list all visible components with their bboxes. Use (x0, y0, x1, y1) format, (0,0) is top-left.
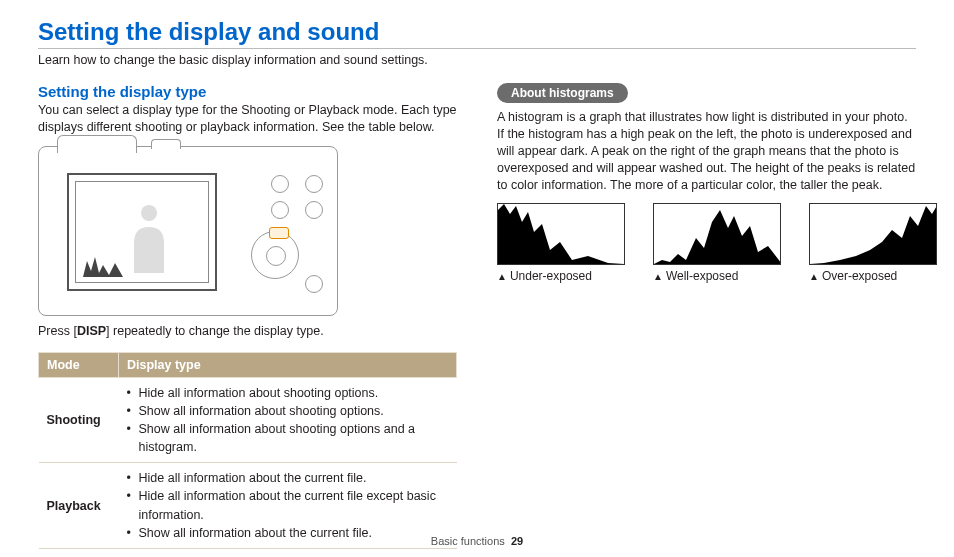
svg-marker-3 (654, 210, 781, 264)
triangle-up-icon: ▲ (809, 271, 819, 282)
table-row: Shooting Hide all information about shoo… (39, 377, 457, 463)
table-header-mode: Mode (39, 352, 119, 377)
camera-button-icon (271, 201, 289, 219)
histogram-caption: ▲Well-exposed (653, 269, 781, 283)
svg-point-0 (141, 205, 157, 221)
histogram-caption: ▲Over-exposed (809, 269, 937, 283)
list-item: Hide all information about the current f… (127, 487, 449, 523)
svg-marker-1 (83, 257, 133, 277)
disp-button-highlight (269, 227, 289, 239)
camera-button-icon (305, 275, 323, 293)
about-histograms-pill: About histograms (497, 83, 628, 103)
page-footer: Basic functions 29 (0, 535, 954, 547)
histogram-underexposed-icon (497, 203, 625, 265)
press-before: Press [ (38, 324, 77, 338)
list-item: Hide all information about the current f… (127, 469, 449, 487)
left-column: Setting the display type You can select … (38, 83, 457, 549)
right-column: About histograms A histogram is a graph … (497, 83, 916, 549)
mini-histogram-icon (83, 251, 133, 277)
list-item: Hide all information about shooting opti… (127, 384, 449, 402)
press-after: ] repeatedly to change the display type. (106, 324, 324, 338)
page-title: Setting the display and sound (38, 18, 916, 46)
triangle-up-icon: ▲ (497, 271, 507, 282)
caption-text: Under-exposed (510, 269, 592, 283)
histogram-item: ▲Over-exposed (809, 203, 937, 283)
triangle-up-icon: ▲ (653, 271, 663, 282)
camera-button-icon (305, 175, 323, 193)
camera-button-icon (271, 175, 289, 193)
camera-illustration (38, 146, 338, 316)
display-type-table: Mode Display type Shooting Hide all info… (38, 352, 457, 549)
left-subhead: Setting the display type (38, 83, 457, 100)
columns: Setting the display type You can select … (38, 83, 916, 549)
right-para: A histogram is a graph that illustrates … (497, 109, 916, 193)
type-cell: Hide all information about shooting opti… (119, 377, 457, 463)
histogram-row: ▲Under-exposed ▲Well-exposed ▲Over-expos… (497, 203, 916, 283)
list-item: Show all information about shooting opti… (127, 420, 449, 456)
histogram-item: ▲Well-exposed (653, 203, 781, 283)
footer-page-number: 29 (511, 535, 523, 547)
disp-key-label: DISP (77, 324, 106, 338)
histogram-overexposed-icon (809, 203, 937, 265)
left-para: You can select a display type for the Sh… (38, 102, 457, 136)
title-rule (38, 48, 916, 49)
press-instruction: Press [DISP] repeatedly to change the di… (38, 324, 457, 338)
table-header-type: Display type (119, 352, 457, 377)
svg-marker-4 (810, 204, 937, 264)
svg-marker-2 (498, 204, 625, 264)
mode-cell: Shooting (39, 377, 119, 463)
caption-text: Over-exposed (822, 269, 897, 283)
camera-screen (67, 173, 217, 291)
page-intro: Learn how to change the basic display in… (38, 53, 916, 67)
footer-section: Basic functions (431, 535, 505, 547)
histogram-item: ▲Under-exposed (497, 203, 625, 283)
histogram-wellexposed-icon (653, 203, 781, 265)
caption-text: Well-exposed (666, 269, 738, 283)
histogram-caption: ▲Under-exposed (497, 269, 625, 283)
camera-button-icon (305, 201, 323, 219)
list-item: Show all information about shooting opti… (127, 402, 449, 420)
